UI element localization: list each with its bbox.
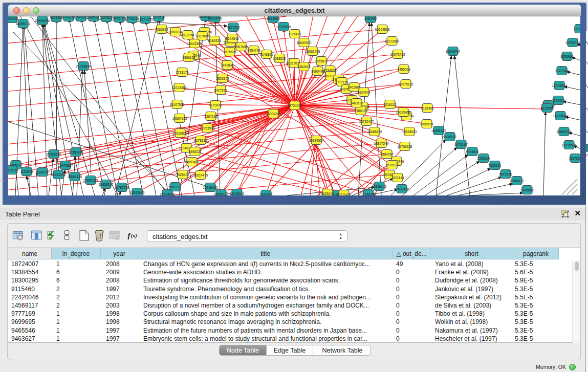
- svg-text:9777169: 9777169: [335, 80, 349, 84]
- svg-text:16782759: 16782759: [115, 186, 129, 189]
- svg-text:10654112: 10654112: [510, 179, 525, 183]
- svg-text:19958107: 19958107: [99, 183, 114, 186]
- svg-text:7663822: 7663822: [155, 28, 168, 31]
- svg-text:1244415: 1244415: [552, 99, 565, 102]
- svg-text:19756928: 19756928: [398, 145, 412, 148]
- svg-text:10655267: 10655267: [86, 16, 101, 19]
- svg-text:7485063: 7485063: [397, 68, 410, 71]
- svg-text:15751074: 15751074: [565, 41, 580, 45]
- svg-text:17042158: 17042158: [361, 192, 376, 196]
- svg-text:1362615: 1362615: [297, 65, 311, 69]
- svg-text:8186323: 8186323: [208, 39, 221, 42]
- svg-text:9884067: 9884067: [380, 152, 394, 156]
- svg-text:2935114: 2935114: [477, 157, 490, 160]
- svg-text:21053346: 21053346: [76, 64, 91, 68]
- svg-text:12213967: 12213967: [385, 39, 400, 43]
- svg-text:14055714: 14055714: [16, 22, 31, 26]
- svg-text:15136141: 15136141: [372, 185, 387, 188]
- svg-text:8813054: 8813054: [267, 17, 280, 20]
- svg-text:1527602: 1527602: [100, 16, 113, 19]
- svg-text:3915914: 3915914: [8, 168, 18, 172]
- svg-text:10973493: 10973493: [390, 53, 405, 56]
- svg-text:6625402: 6625402: [321, 192, 334, 195]
- svg-text:9146821: 9146821: [260, 53, 273, 56]
- svg-text:19975887: 19975887: [58, 164, 73, 167]
- svg-text:7462666: 7462666: [347, 85, 361, 89]
- svg-text:19654923: 19654923: [402, 130, 417, 134]
- svg-text:1167533: 1167533: [569, 157, 580, 160]
- svg-text:19384554: 19384554: [309, 139, 324, 142]
- svg-text:5938923: 5938923: [443, 135, 456, 139]
- svg-text:9896122: 9896122: [182, 56, 195, 59]
- svg-text:18724007: 18724007: [288, 104, 302, 107]
- svg-text:9115460: 9115460: [421, 106, 434, 110]
- svg-text:8154546: 8154546: [226, 37, 239, 40]
- svg-text:15720407: 15720407: [359, 120, 374, 123]
- svg-text:7515526: 7515526: [152, 16, 165, 19]
- svg-text:9657771: 9657771: [168, 185, 182, 189]
- svg-text:16210643: 16210643: [553, 114, 568, 118]
- svg-text:16211450: 16211450: [337, 193, 352, 196]
- svg-text:7857224: 7857224: [227, 26, 240, 29]
- svg-text:16107553: 16107553: [170, 103, 185, 106]
- svg-text:15692971: 15692971: [557, 130, 572, 134]
- svg-text:6479197: 6479197: [454, 143, 468, 146]
- svg-text:20924026: 20924026: [160, 192, 175, 196]
- svg-text:19218506: 19218506: [276, 25, 291, 29]
- svg-text:12093832: 12093832: [552, 84, 567, 87]
- svg-text:15716485: 15716485: [203, 186, 218, 189]
- svg-text:9463627: 9463627: [350, 101, 363, 105]
- svg-text:17016504: 17016504: [562, 143, 577, 147]
- svg-text:10025458: 10025458: [396, 111, 411, 114]
- svg-text:16154808: 16154808: [375, 28, 390, 31]
- svg-text:7386372: 7386372: [354, 109, 367, 113]
- svg-text:16671355: 16671355: [138, 17, 153, 21]
- svg-text:3267130: 3267130: [204, 115, 217, 118]
- svg-text:9245652: 9245652: [520, 188, 534, 192]
- svg-text:17957255: 17957255: [83, 179, 98, 182]
- svg-text:18300295: 18300295: [266, 112, 281, 116]
- svg-text:9860124: 9860124: [169, 30, 182, 34]
- svg-text:10719155: 10719155: [125, 17, 140, 20]
- svg-text:12353594: 12353594: [200, 126, 215, 130]
- svg-text:8454749: 8454749: [247, 49, 260, 52]
- svg-text:(x): (x): [131, 233, 137, 239]
- svg-text:12245012: 12245012: [230, 192, 245, 195]
- svg-text:12923446: 12923446: [130, 191, 145, 194]
- svg-text:1117205: 1117205: [574, 27, 580, 31]
- svg-text:9605354: 9605354: [50, 16, 63, 19]
- svg-text:2718176: 2718176: [176, 71, 189, 74]
- svg-text:1156829: 1156829: [20, 170, 33, 173]
- svg-text:4170041: 4170041: [209, 103, 222, 107]
- svg-text:11451194: 11451194: [51, 173, 66, 177]
- svg-text:1902954: 1902954: [8, 17, 18, 20]
- svg-text:17533426: 17533426: [395, 187, 409, 191]
- svg-text:8912954: 8912954: [181, 33, 194, 37]
- svg-text:8678332: 8678332: [194, 139, 207, 142]
- svg-text:16914479: 16914479: [193, 173, 208, 177]
- svg-text:8471676: 8471676: [499, 172, 512, 176]
- svg-text:10958117: 10958117: [214, 192, 229, 196]
- svg-text:16033809: 16033809: [208, 16, 223, 20]
- svg-text:12213369: 12213369: [172, 86, 187, 90]
- svg-text:9329966: 9329966: [560, 55, 574, 58]
- svg-text:3875685: 3875685: [223, 50, 236, 54]
- svg-text:18807249: 18807249: [374, 142, 389, 145]
- svg-text:7625402: 7625402: [176, 173, 189, 177]
- svg-text:20206576: 20206576: [47, 152, 61, 156]
- svg-text:6216012: 6216012: [383, 103, 397, 106]
- svg-text:9699695: 9699695: [420, 122, 433, 126]
- svg-text:2522144: 2522144: [391, 176, 404, 180]
- svg-text:8990448: 8990448: [311, 70, 324, 73]
- svg-text:16961758: 16961758: [306, 50, 320, 53]
- svg-text:12505135: 12505135: [68, 175, 82, 179]
- svg-text:1588520: 1588520: [273, 57, 286, 60]
- svg-text:7632621: 7632621: [488, 164, 502, 167]
- svg-text:2803144: 2803144: [216, 77, 229, 80]
- svg-text:12975115: 12975115: [399, 82, 413, 86]
- svg-text:10688609: 10688609: [367, 130, 382, 134]
- svg-text:16543382: 16543382: [187, 42, 202, 46]
- svg-text:9327506: 9327506: [195, 34, 209, 38]
- svg-text:14099489: 14099489: [185, 160, 200, 164]
- svg-text:9474444: 9474444: [466, 150, 479, 154]
